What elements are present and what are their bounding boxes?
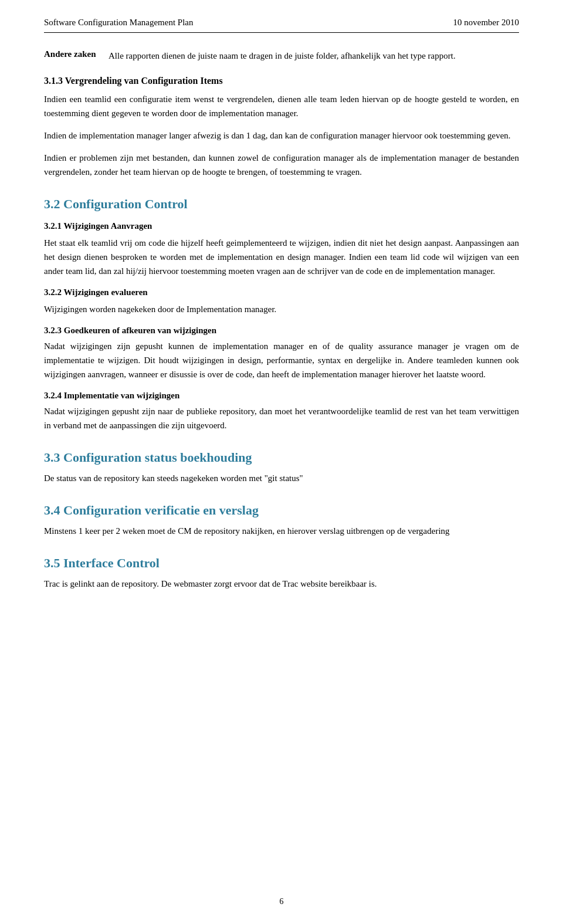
section-3-2-3-para1: Nadat wijzigingen zijn gepusht kunnen de…: [44, 339, 519, 381]
document-title: Software Configuration Management Plan: [44, 18, 194, 28]
section-3-2-3-heading: 3.2.3 Goedkeuren of afkeuren van wijzigi…: [44, 326, 519, 336]
andere-zaken-block: Andere zaken Alle rapporten dienen de ju…: [44, 49, 519, 63]
section-3-2-2: 3.2.2 Wijzigingen evalueren Wijzigingen …: [44, 287, 519, 316]
section-3-2-heading: 3.2 Configuration Control: [44, 197, 519, 212]
andere-zaken-label: Andere zaken: [44, 49, 108, 63]
section-3-2-4-heading: 3.2.4 Implementatie van wijzigingen: [44, 391, 519, 401]
section-3-2-2-para1: Wijzigingen worden nagekeken door de Imp…: [44, 302, 519, 316]
section-3-5: 3.5 Interface Control Trac is gelinkt aa…: [44, 556, 519, 591]
section-3-1-3-para2: Indien de implementation manager langer …: [44, 128, 519, 143]
section-3-3-body: De status van de repository kan steeds n…: [44, 471, 519, 485]
section-3-2: 3.2 Configuration Control 3.2.1 Wijzigin…: [44, 197, 519, 432]
section-3-3: 3.3 Configuration status boekhouding De …: [44, 450, 519, 485]
section-3-2-1-para1: Het staat elk teamlid vrij om code die h…: [44, 236, 519, 278]
section-3-2-2-heading: 3.2.2 Wijzigingen evalueren: [44, 287, 519, 297]
section-3-1-3-para3: Indien er problemen zijn met bestanden, …: [44, 151, 519, 179]
section-3-1-3-para1: Indien een teamlid een configuratie item…: [44, 92, 519, 120]
andere-zaken-text: Alle rapporten dienen de juiste naam te …: [108, 49, 456, 63]
section-3-2-1: 3.2.1 Wijzigingen Aanvragen Het staat el…: [44, 221, 519, 278]
section-3-2-1-heading: 3.2.1 Wijzigingen Aanvragen: [44, 221, 519, 231]
section-3-4-heading: 3.4 Configuration verificatie en verslag: [44, 503, 519, 518]
page-header: Software Configuration Management Plan 1…: [44, 18, 519, 33]
section-3-1-3: 3.1.3 Vergrendeling van Configuration It…: [44, 76, 519, 179]
page: Software Configuration Management Plan 1…: [0, 0, 563, 924]
section-3-3-heading: 3.3 Configuration status boekhouding: [44, 450, 519, 465]
section-3-1-3-heading: 3.1.3 Vergrendeling van Configuration It…: [44, 76, 519, 86]
section-3-2-4-para1: Nadat wijzigingen gepusht zijn naar de p…: [44, 404, 519, 432]
section-3-5-body: Trac is gelinkt aan de repository. De we…: [44, 577, 519, 591]
section-3-2-4: 3.2.4 Implementatie van wijzigingen Nada…: [44, 391, 519, 432]
section-3-4-body: Minstens 1 keer per 2 weken moet de CM d…: [44, 524, 519, 538]
section-3-4: 3.4 Configuration verificatie en verslag…: [44, 503, 519, 538]
document-date: 10 november 2010: [453, 18, 519, 28]
section-3-5-heading: 3.5 Interface Control: [44, 556, 519, 571]
page-footer: 6: [0, 897, 563, 906]
page-number: 6: [280, 897, 284, 906]
section-3-2-3: 3.2.3 Goedkeuren of afkeuren van wijzigi…: [44, 326, 519, 381]
